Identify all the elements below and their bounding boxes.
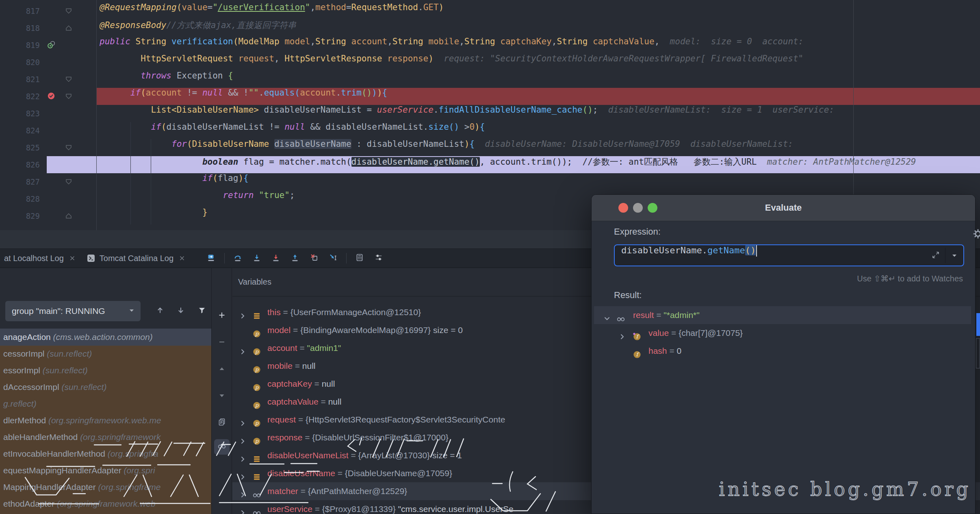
- stack-frame-row[interactable]: ethodAdapter (org.springframework.web: [0, 495, 211, 512]
- line-number[interactable]: 823: [7, 105, 40, 122]
- thread-selector[interactable]: group "main": RUNNING: [5, 301, 141, 321]
- code-text[interactable]: HttpServletRequest request, HttpServletR…: [100, 54, 980, 71]
- fold-region-start-icon[interactable]: [65, 178, 73, 186]
- line-number[interactable]: 822: [7, 88, 40, 105]
- line-number[interactable]: 818: [7, 20, 40, 37]
- thread-selector-label: group "main": RUNNING: [12, 306, 105, 316]
- frame-package: (org.springframework.web.me: [46, 416, 161, 425]
- chevron-down-icon[interactable]: [603, 311, 611, 319]
- step-out-button[interactable]: [289, 252, 301, 264]
- stack-frame-row[interactable]: ervlet (org.springframework.web.servlet): [0, 512, 211, 514]
- chevron-right-icon[interactable]: [618, 329, 627, 337]
- run-to-cursor-icon: [329, 253, 337, 263]
- code-text[interactable]: for(DisableUserName disableUserName : di…: [100, 139, 980, 156]
- param-icon: p: [253, 380, 261, 388]
- value-icon: [253, 451, 261, 460]
- previous-frame-button[interactable]: [156, 306, 168, 318]
- inline-debugger-hint: matcher: AntPathMatcher@12529: [757, 157, 916, 167]
- next-frame-button[interactable]: [177, 306, 189, 318]
- code-text[interactable]: throws Exception {: [100, 71, 980, 88]
- code-token: method: [315, 2, 346, 12]
- chevron-right-icon[interactable]: [239, 344, 247, 352]
- chevron-right-icon[interactable]: [239, 416, 247, 424]
- override-method-icon[interactable]: [47, 41, 56, 50]
- layout-settings-button[interactable]: [373, 252, 385, 264]
- run-to-cursor-button[interactable]: [327, 252, 339, 264]
- line-number[interactable]: 825: [7, 139, 40, 156]
- result-row-hash[interactable]: fhash = 0: [594, 342, 971, 360]
- code-text[interactable]: @RequestMapping(value="/userVerification…: [100, 2, 980, 20]
- fold-region-start-icon[interactable]: [65, 7, 73, 15]
- chevron-right-icon[interactable]: [239, 505, 247, 513]
- duplicate-watch-button[interactable]: [216, 416, 228, 429]
- code-text[interactable]: boolean flag = matcher.match(disableUser…: [100, 156, 980, 173]
- drop-frame-button[interactable]: [308, 252, 320, 264]
- code-text[interactable]: if(flag){: [100, 173, 980, 190]
- stack-frame-row[interactable]: ableHandlerMethod (org.springframework: [0, 429, 211, 446]
- result-row-result[interactable]: result = "*admin*": [594, 306, 971, 324]
- line-number[interactable]: 827: [7, 173, 40, 190]
- code-text[interactable]: if(disableUserNameList != null && disabl…: [100, 122, 980, 139]
- show-watches-icon: [218, 442, 226, 452]
- fold-region-end-icon[interactable]: [65, 24, 73, 32]
- step-over-button[interactable]: [232, 252, 244, 264]
- hide-library-frames-button[interactable]: [198, 306, 210, 318]
- stack-frame-row[interactable]: MappingHandlerAdapter (org.springframe: [0, 479, 211, 496]
- tool-tab-tomcat-catalina-log[interactable]: Tomcat Catalina Log: [83, 249, 193, 268]
- step-into-button[interactable]: [251, 252, 263, 264]
- line-number[interactable]: 824: [7, 122, 40, 139]
- stack-frame-row[interactable]: dlerMethod (org.springframework.web.me: [0, 412, 211, 429]
- code-text[interactable]: public String verification(ModelMap mode…: [100, 37, 980, 54]
- fold-region-start-icon[interactable]: [65, 144, 73, 152]
- line-number[interactable]: 828: [7, 190, 40, 207]
- fold-region-start-icon[interactable]: [65, 75, 73, 83]
- line-number[interactable]: 826: [7, 156, 40, 173]
- fold-region-start-icon[interactable]: [65, 92, 73, 100]
- line-number[interactable]: 829: [7, 207, 40, 224]
- code-token: .: [434, 105, 439, 115]
- stack-frame-row[interactable]: etInvocableHandlerMethod (org.springfra: [0, 445, 211, 462]
- result-row-value[interactable]: fvalue = {char[7]@17075}: [594, 324, 971, 342]
- code-token: [130, 37, 136, 46]
- frame-package: (org.spri: [121, 466, 155, 475]
- show-execution-point-button[interactable]: [205, 252, 217, 264]
- fold-region-end-icon[interactable]: [65, 212, 73, 220]
- line-number[interactable]: 817: [7, 2, 40, 20]
- chevron-right-icon[interactable]: [239, 487, 247, 495]
- stack-frame-row[interactable]: essorImpl (sun.reflect): [0, 362, 211, 379]
- close-tab-icon[interactable]: [178, 254, 186, 262]
- line-number[interactable]: 821: [7, 71, 40, 88]
- frame-method-name: ableHandlerMethod: [3, 432, 78, 442]
- chevron-right-icon[interactable]: [239, 469, 247, 477]
- close-tab-icon[interactable]: [68, 254, 76, 262]
- line-number[interactable]: 820: [7, 54, 40, 71]
- move-watch-down-button[interactable]: [216, 390, 228, 403]
- stack-frame-row[interactable]: anageAction (cms.web.action.common): [0, 329, 211, 346]
- chevron-right-icon[interactable]: [239, 451, 247, 460]
- stack-frame-row[interactable]: cessorImpl (sun.reflect): [0, 345, 211, 362]
- chevron-right-icon[interactable]: [239, 433, 247, 442]
- evaluate-expression-button[interactable]: [353, 252, 366, 264]
- code-text[interactable]: @ResponseBody//方式来做ajax,直接返回字符串: [100, 20, 980, 37]
- line-number[interactable]: 819: [7, 37, 40, 54]
- param-icon: p: [253, 326, 261, 334]
- gear-icon[interactable]: [972, 228, 980, 240]
- stack-frame-row[interactable]: dAccessorImpl (sun.reflect): [0, 379, 211, 396]
- move-watch-up-button[interactable]: [216, 364, 228, 376]
- code-token: model: [284, 37, 310, 46]
- add-watch-button[interactable]: [216, 310, 228, 322]
- stack-frame-row[interactable]: g.reflect): [0, 395, 211, 412]
- force-step-into-button[interactable]: [270, 252, 282, 264]
- tool-tab-at-localhost-log[interactable]: at Localhost Log: [0, 249, 83, 268]
- result-text: result = "*admin*": [633, 306, 700, 324]
- code-text[interactable]: if(account != null && !"".equals(account…: [100, 88, 980, 105]
- scrollbar-accent[interactable]: [976, 313, 980, 336]
- show-watches-button[interactable]: [214, 439, 230, 455]
- code-token: (: [161, 122, 167, 132]
- stack-frame-row[interactable]: equestMappingHandlerAdapter (org.spri: [0, 462, 211, 479]
- breakpoint-icon[interactable]: [47, 92, 56, 101]
- evaluate-dialog: Evaluate Expression: disableUserName.get…: [591, 194, 976, 514]
- code-text[interactable]: List<DisableUserName> disableUserNameLis…: [100, 105, 980, 122]
- chevron-right-icon[interactable]: [239, 308, 247, 316]
- remove-watch-button[interactable]: [216, 337, 228, 349]
